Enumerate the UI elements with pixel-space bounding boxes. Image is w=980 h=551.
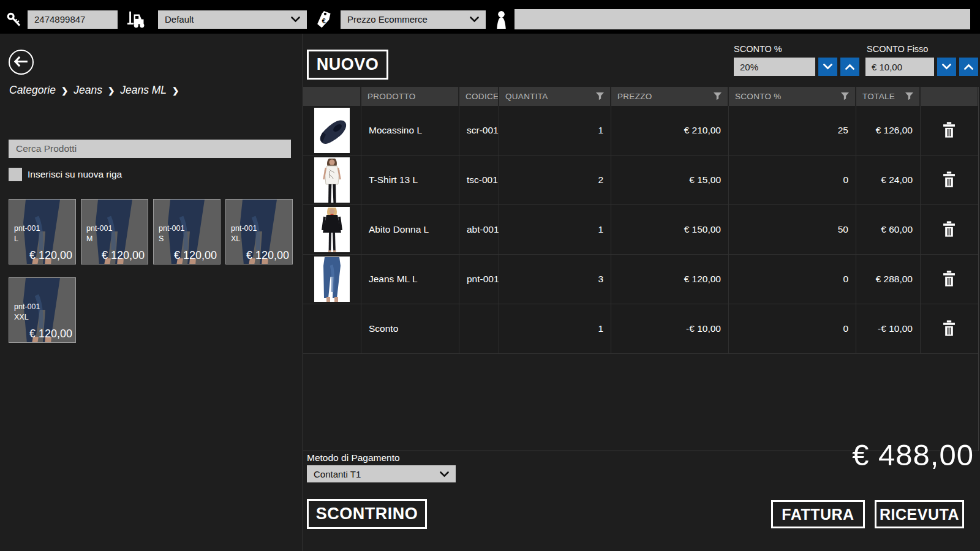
discount-percent-increase-button[interactable] [840,58,859,76]
product-tile-grid: pnt-001 L € 120,00 pnt-001 M € 120,00 pn… [9,199,299,343]
cart-cell-quantity[interactable]: 1 [499,205,611,254]
scontrino-button[interactable]: SCONTRINO [307,499,427,529]
cart-cell-price[interactable]: -€ 10,00 [611,304,729,353]
discount-fixed-increase-button[interactable] [959,58,978,76]
ricevuta-button[interactable]: RICEVUTA [875,500,964,528]
cart-cell-quantity[interactable]: 2 [499,156,611,204]
tile-product-code: pnt-001 [159,224,184,233]
discount-percent-input[interactable] [734,58,815,76]
product-tile[interactable]: pnt-001 XL € 120,00 [225,199,293,264]
chevron-down-icon [470,14,479,24]
tile-product-size: L [14,234,18,243]
delete-row-button[interactable] [940,318,958,340]
cart-cell-total: € 24,00 [856,156,921,204]
product-tile[interactable]: pnt-001 L € 120,00 [9,199,76,264]
filter-icon[interactable] [714,92,722,100]
breadcrumb-item-jeans[interactable]: Jeans [74,84,102,97]
cart-cell-quantity[interactable]: 1 [499,304,611,353]
chevron-down-icon [942,62,951,72]
cart-cell-price[interactable]: € 15,00 [611,156,729,204]
discount-fixed-input[interactable] [865,58,934,76]
cart-cell-product: T-Shirt 13 L [361,156,459,204]
fattura-button[interactable]: FATTURA [771,500,865,528]
breadcrumb: Categorie ❯ Jeans ❯ Jeans ML ❯ [9,84,179,97]
filter-icon[interactable] [905,92,913,100]
discount-percent-decrease-button[interactable] [818,58,837,76]
insert-new-line-checkbox[interactable] [9,168,22,181]
cart-row: Mocassino L scr-001 1 € 210,00 25 € 126,… [303,106,978,156]
product-tile[interactable]: pnt-001 M € 120,00 [81,199,148,264]
cart-cell-discount[interactable]: 0 [729,156,856,204]
column-header-discount: SCONTO % [729,87,856,106]
tile-product-code: pnt-001 [14,302,40,311]
user-id-input[interactable] [28,10,118,29]
back-icon [14,56,28,69]
new-order-button[interactable]: NUOVO [307,50,388,80]
cart-cell-product: Abito Donna L [361,205,459,254]
cart-cell-total: € 288,00 [856,255,921,304]
tile-product-size: XXL [14,313,29,321]
cart-cell-actions [921,304,978,353]
price-tag-icon: € [317,10,332,28]
search-input[interactable] [9,140,291,158]
tile-product-size: XL [231,234,240,243]
product-tile[interactable]: pnt-001 XXL € 120,00 [9,277,76,343]
cart-cell-discount[interactable]: 0 [729,304,856,353]
cart-cell-code: tsc-001 [459,156,499,204]
cart-cell-total: € 126,00 [856,106,921,155]
cart-cell-discount[interactable]: 25 [729,106,856,155]
tile-product-size: M [86,234,92,243]
price-list-select[interactable]: Prezzo Ecommerce [341,10,486,29]
delete-row-button[interactable] [940,219,958,241]
breadcrumb-item-jeans-ml[interactable]: Jeans ML [120,84,167,97]
breadcrumb-item-categorie[interactable]: Categorie [9,84,56,97]
discount-fixed-decrease-button[interactable] [937,58,956,76]
cart-cell-product: Mocassino L [361,106,459,155]
column-header-product: PRODOTTO [361,87,459,106]
trash-icon [943,271,956,288]
cart-cell-actions [921,255,978,304]
cart-cell-product: Jeans ML L [361,255,459,304]
price-list-select-value: Prezzo Ecommerce [347,14,428,24]
cart-cell-quantity[interactable]: 1 [499,106,611,155]
person-icon [494,10,508,29]
filter-icon[interactable] [596,92,604,100]
insert-new-line-option[interactable]: Inserisci su nuova riga [9,168,122,181]
cart-cell-discount[interactable]: 50 [729,205,856,254]
cart-cell-image [303,156,361,204]
payment-method-select[interactable]: Contanti T1 [307,465,456,482]
cart-cell-price[interactable]: € 150,00 [611,205,729,254]
cart-table-body: Mocassino L scr-001 1 € 210,00 25 € 126,… [303,106,978,354]
cart-cell-price[interactable]: € 210,00 [611,106,729,155]
delete-row-button[interactable] [940,268,958,291]
column-header-label: TOTALE [862,92,895,101]
discount-percent-spinner [734,58,859,76]
back-button[interactable] [9,50,34,75]
filter-icon[interactable] [841,92,849,100]
delete-row-button[interactable] [940,119,958,142]
cart-cell-discount[interactable]: 0 [729,255,856,304]
discount-fixed-label: SCONTO Fisso [867,44,928,54]
tile-product-code: pnt-001 [231,224,257,233]
key-icon [6,12,21,27]
warehouse-select[interactable]: Default [158,10,307,29]
dress-image [314,207,350,252]
cart-cell-actions [921,106,978,155]
tile-product-code: pnt-001 [14,224,40,233]
customer-input[interactable] [514,9,970,29]
cart-cell-price[interactable]: € 120,00 [611,255,729,304]
breadcrumb-chevron: ❯ [108,86,115,96]
delete-row-button[interactable] [940,169,958,192]
cart-row: T-Shirt 13 L tsc-001 2 € 15,00 0 € 24,00 [303,156,978,205]
chevron-down-icon [823,62,832,72]
product-thumbnail [314,257,350,302]
chevron-down-icon [291,14,300,24]
top-bar: Default € Prezzo Ecommerce [0,0,980,34]
column-header-actions [921,87,978,106]
product-tile[interactable]: pnt-001 S € 120,00 [153,199,221,264]
product-thumbnail [314,108,350,153]
payment-method-label: Metodo di Pagamento [307,452,400,463]
chevron-up-icon [845,62,854,72]
tile-product-price: € 120,00 [174,249,217,262]
cart-cell-quantity[interactable]: 3 [499,255,611,304]
